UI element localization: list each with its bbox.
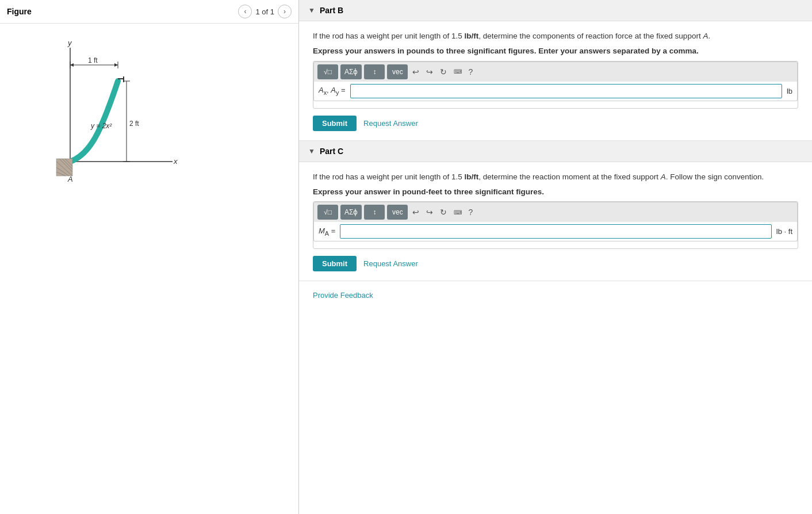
part-c-toolbar: √□ ΑΣϕ ↕ vec ↩ ↪ ↻ ⌨ ?: [313, 202, 798, 222]
sqrt-btn-c[interactable]: √□: [317, 205, 338, 220]
svg-text:1 ft: 1 ft: [88, 56, 98, 64]
help-btn-c[interactable]: ?: [466, 205, 475, 220]
feedback-section: Provide Feedback: [299, 281, 812, 309]
updown-btn-b[interactable]: ↕: [364, 64, 385, 79]
part-b-unit: lb: [787, 87, 792, 95]
svg-text:x: x: [173, 157, 178, 166]
undo-btn-c[interactable]: ↩: [410, 205, 422, 220]
updown-btn-c[interactable]: ↕: [364, 205, 385, 220]
part-c-text2: Express your answer in pound-feet to thr…: [313, 186, 798, 198]
alpha-sigma-btn-b[interactable]: ΑΣϕ: [340, 64, 362, 79]
figure-svg: y x 1 ft: [6, 35, 293, 185]
reset-btn-c[interactable]: ↻: [438, 205, 449, 220]
svg-text:2 ft: 2 ft: [129, 120, 139, 128]
part-b-toolbar: √□ ΑΣϕ ↕ vec ↩ ↪ ↻ ⌨ ?: [313, 62, 798, 82]
part-c-request-link[interactable]: Request Answer: [363, 259, 418, 268]
redo-btn-b[interactable]: ↪: [424, 64, 435, 79]
figure-title: Figure: [7, 7, 238, 16]
part-b-buttons: Submit Request Answer: [313, 116, 798, 131]
part-b-text1: If the rod has a weight per unit length …: [313, 30, 798, 42]
part-c-math-container: √□ ΑΣϕ ↕ vec ↩ ↪ ↻ ⌨ ? MA = lb · ft: [313, 201, 798, 249]
part-b-request-link[interactable]: Request Answer: [363, 119, 418, 128]
part-b-answer-row: Ax, Ay = lb: [313, 82, 798, 101]
figure-content: y x 1 ft: [0, 24, 298, 514]
part-b-math-container: √□ ΑΣϕ ↕ vec ↩ ↪ ↻ ⌨ ? Ax, Ay = lb: [313, 61, 798, 109]
part-b-answer-label: Ax, Ay =: [319, 86, 346, 96]
undo-btn-b[interactable]: ↩: [410, 64, 422, 79]
left-panel: Figure ‹ 1 of 1 › y x 1 ft: [0, 0, 299, 514]
vec-btn-b[interactable]: vec: [387, 64, 408, 79]
part-c-text1: If the rod has a weight per unit length …: [313, 171, 798, 183]
next-figure-button[interactable]: ›: [278, 5, 292, 18]
right-panel: ▼ Part B If the rod has a weight per uni…: [299, 0, 812, 514]
part-b-title: Part B: [320, 6, 343, 15]
part-b-arrow: ▼: [308, 6, 315, 14]
part-c-title: Part C: [320, 147, 343, 156]
sqrt-btn-b[interactable]: √□: [317, 64, 338, 79]
provide-feedback-link[interactable]: Provide Feedback: [313, 291, 373, 300]
part-c-buttons: Submit Request Answer: [313, 256, 798, 271]
alpha-sigma-btn-c[interactable]: ΑΣϕ: [340, 205, 362, 220]
part-b-header[interactable]: ▼ Part B: [299, 0, 812, 21]
keyboard-btn-c[interactable]: ⌨: [451, 205, 464, 220]
reset-btn-b[interactable]: ↻: [438, 64, 449, 79]
part-c-body: If the rod has a weight per unit length …: [299, 162, 812, 281]
vec-btn-c[interactable]: vec: [387, 205, 408, 220]
figure-header: Figure ‹ 1 of 1 ›: [0, 0, 298, 24]
part-c-answer-row: MA = lb · ft: [313, 222, 798, 241]
svg-text:y: y: [67, 39, 72, 47]
figure-image: y x 1 ft: [6, 35, 201, 196]
part-c-submit-button[interactable]: Submit: [313, 256, 357, 271]
svg-text:A: A: [67, 175, 73, 183]
part-b-submit-button[interactable]: Submit: [313, 116, 357, 131]
keyboard-btn-b[interactable]: ⌨: [451, 64, 464, 79]
part-b-section: ▼ Part B If the rod has a weight per uni…: [299, 0, 812, 141]
part-b-text2: Express your answers in pounds to three …: [313, 45, 798, 57]
part-b-answer-input[interactable]: [350, 84, 782, 98]
help-btn-b[interactable]: ?: [466, 64, 475, 79]
part-c-unit: lb · ft: [776, 227, 792, 236]
nav-controls: ‹ 1 of 1 ›: [238, 5, 292, 18]
part-b-body: If the rod has a weight per unit length …: [299, 21, 812, 140]
redo-btn-c[interactable]: ↪: [424, 205, 435, 220]
svg-text:y = 2x²: y = 2x²: [90, 122, 112, 130]
part-c-answer-label: MA =: [319, 227, 335, 237]
part-c-arrow: ▼: [308, 147, 315, 155]
page-info: 1 of 1: [255, 7, 274, 16]
part-c-section: ▼ Part C If the rod has a weight per uni…: [299, 141, 812, 282]
part-c-header[interactable]: ▼ Part C: [299, 141, 812, 162]
prev-figure-button[interactable]: ‹: [238, 5, 252, 18]
part-c-answer-input[interactable]: [340, 224, 772, 239]
